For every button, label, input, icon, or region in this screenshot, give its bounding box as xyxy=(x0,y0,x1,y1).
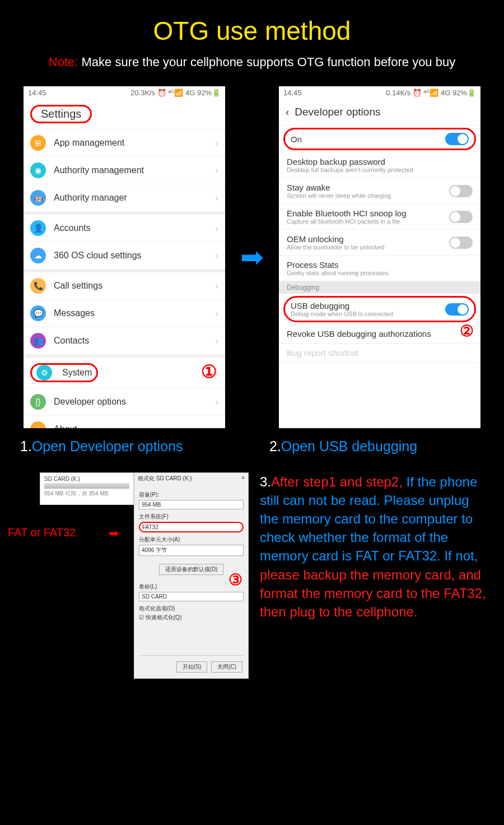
toggle-on[interactable] xyxy=(445,303,469,316)
note-row: Note: Make sure the your cellphone suppo… xyxy=(0,55,504,86)
setting-label: Developer options xyxy=(54,397,215,407)
status-bar: 14:45 20.3K/s ⏰ ⁴ᴳ📶 4G 92%🔋 xyxy=(24,86,225,99)
setting-icon: 💬 xyxy=(30,305,46,321)
setting-icon: ☁ xyxy=(30,248,46,263)
dialog-title-text: 格式化 SD CARD (K:) xyxy=(138,475,192,483)
list-item[interactable]: ⚙System› xyxy=(24,358,225,388)
drive-panel[interactable]: SD CARD (K:) 954 MB 可用，共 954 MB xyxy=(40,472,134,505)
list-item[interactable]: ⊞App management› xyxy=(24,129,225,157)
quick-format-check[interactable]: ☑ 快速格式化(Q) xyxy=(139,614,244,622)
setting-icon: i xyxy=(30,421,46,428)
chevron-icon: › xyxy=(215,250,218,262)
bottom-row: FAT or FAT32 ➡ SD CARD (K:) 954 MB 可用，共 … xyxy=(0,472,504,696)
close-button[interactable]: 关闭(C) xyxy=(211,661,242,673)
volume-field[interactable]: SD CARD xyxy=(139,592,244,601)
section-header: Debugging xyxy=(279,281,480,294)
cap2-text: Open USB debugging xyxy=(281,438,417,454)
s3-red1: After step1 and step2, xyxy=(271,474,403,489)
chevron-icon: › xyxy=(215,137,218,149)
capacity-label: 容量(P): xyxy=(139,491,244,499)
settings-title-circled: Settings xyxy=(30,105,92,123)
cap2-num: 2. xyxy=(269,438,281,454)
setting-icon: 👤 xyxy=(30,220,46,236)
filesystem-label: 文件系统(F) xyxy=(139,513,244,521)
dev-item[interactable]: Stay awakeScreen will never sleep while … xyxy=(279,178,480,204)
setting-label: Call settings xyxy=(54,281,215,291)
setting-label: Authority manager xyxy=(54,193,215,203)
format-dialog: 格式化 SD CARD (K:) × 容量(P): 954 MB 文件系统(F)… xyxy=(134,472,249,679)
toggle-off[interactable] xyxy=(449,185,473,197)
dev-item[interactable]: OEM unlockingAllow the bootloader to be … xyxy=(279,230,480,256)
setting-icon: ⊞ xyxy=(30,135,46,151)
chevron-icon: › xyxy=(215,192,218,204)
list-item[interactable]: 📞Call settings› xyxy=(24,272,225,300)
chevron-icon: › xyxy=(215,308,218,319)
dev-item[interactable]: Revoke USB debugging authorizations xyxy=(279,325,480,344)
status-right-2: 0.14K/s ⏰ ⁴ᴳ📶 4G 92%🔋 xyxy=(386,89,476,97)
setting-label: Accounts xyxy=(54,223,215,233)
list-item[interactable]: ◉Authority management› xyxy=(24,157,225,184)
list-item[interactable]: 💬Messages› xyxy=(24,300,225,327)
chevron-icon: › xyxy=(215,335,218,347)
list-item[interactable]: iAbout› xyxy=(24,416,225,428)
s3-num: 3. xyxy=(260,474,271,489)
setting-icon: ◉ xyxy=(30,163,46,178)
format-area: FAT or FAT32 ➡ SD CARD (K:) 954 MB 可用，共 … xyxy=(13,472,249,679)
setting-label: About xyxy=(54,424,215,428)
toggle-off[interactable] xyxy=(449,211,473,223)
dev-header[interactable]: ‹ Developer options xyxy=(279,99,480,126)
setting-icon: {} xyxy=(30,394,46,410)
options-label: 格式化选项(O) xyxy=(139,605,244,613)
toggle-on[interactable] xyxy=(445,133,469,145)
chevron-icon: › xyxy=(215,165,218,177)
start-button[interactable]: 开始(S) xyxy=(176,661,207,673)
allocation-label: 分配单元大小(A) xyxy=(139,536,244,544)
dialog-titlebar: 格式化 SD CARD (K:) × xyxy=(134,473,248,484)
list-item[interactable]: 🤖Authority manager› xyxy=(24,184,225,211)
cap1-num: 1. xyxy=(20,438,32,454)
filesystem-field[interactable]: FAT32 xyxy=(139,522,244,532)
dev-item[interactable]: On xyxy=(283,128,476,150)
setting-label: Authority management xyxy=(54,165,215,175)
close-icon[interactable]: × xyxy=(241,475,245,483)
status-time: 14:45 xyxy=(28,89,46,97)
phone-settings: 14:45 20.3K/s ⏰ ⁴ᴳ📶 4G 92%🔋 Settings ⊞Ap… xyxy=(24,86,225,428)
caption-1: 1.Open Developer options xyxy=(20,438,235,455)
list-item[interactable]: 👤Accounts› xyxy=(24,215,225,242)
setting-label: App management xyxy=(54,138,215,148)
setting-label: Messages xyxy=(54,308,215,318)
fat-label: FAT or FAT32 xyxy=(8,526,76,539)
step3-text: 3.After step1 and step2, If the phone st… xyxy=(260,472,491,679)
drive-sub: 954 MB 可用，共 954 MB xyxy=(44,490,129,498)
page-title: OTG use method xyxy=(0,0,504,55)
screens-row: 14:45 20.3K/s ⏰ ⁴ᴳ📶 4G 92%🔋 Settings ⊞Ap… xyxy=(0,86,504,428)
drive-bar xyxy=(44,483,129,489)
setting-label: Contacts xyxy=(54,336,215,346)
drive-title: SD CARD (K:) xyxy=(44,476,129,482)
allocation-field[interactable]: 4096 字节 xyxy=(139,545,244,556)
list-item[interactable]: ☁360 OS cloud settings› xyxy=(24,242,225,269)
phone-developer: 14:45 0.14K/s ⏰ ⁴ᴳ📶 4G 92%🔋 ‹ Developer … xyxy=(279,86,480,428)
dev-item[interactable]: USB debuggingDebug mode when USB is conn… xyxy=(283,296,476,322)
list-item[interactable]: 👥Contacts› xyxy=(24,327,225,354)
dev-item[interactable]: Process StatsGeeky stats about running p… xyxy=(279,256,480,281)
note-label: Note: xyxy=(49,55,78,69)
dev-item[interactable]: Bug report shortcut xyxy=(279,344,480,363)
status-bar-2: 14:45 0.14K/s ⏰ ⁴ᴳ📶 4G 92%🔋 xyxy=(279,86,480,99)
status-right: 20.3K/s ⏰ ⁴ᴳ📶 4G 92%🔋 xyxy=(130,89,221,97)
restore-defaults-button[interactable]: 还原设备的默认值(D) xyxy=(159,564,224,575)
step-2-badge: ② xyxy=(460,322,474,340)
settings-header: Settings xyxy=(24,99,225,129)
dev-item[interactable]: Enable Bluetooth HCI snoop logCapture al… xyxy=(279,204,480,230)
chevron-icon: › xyxy=(215,223,218,234)
back-icon[interactable]: ‹ xyxy=(286,106,289,118)
capacity-field[interactable]: 954 MB xyxy=(139,500,244,509)
s3-red2: please backup the memory card, and forma… xyxy=(260,567,486,619)
dev-item[interactable]: Desktop backup passwordDesktop full back… xyxy=(279,152,480,178)
toggle-off[interactable] xyxy=(449,237,473,249)
quick-format-text: 快速格式化(Q) xyxy=(146,614,181,620)
list-item[interactable]: {}Developer options› xyxy=(24,388,225,416)
dev-title: Developer options xyxy=(295,106,380,118)
step-3-badge: ③ xyxy=(228,571,242,589)
step-1-badge: ① xyxy=(201,361,217,382)
